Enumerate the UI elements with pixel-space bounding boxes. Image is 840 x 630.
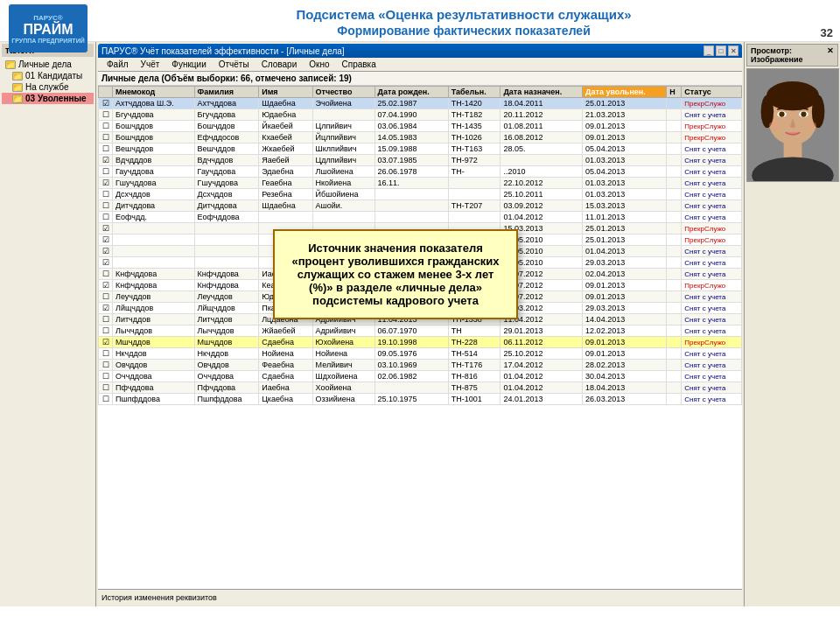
logo: ПАРУС® ПРАЙМ ГРУППА ПРЕДПРИЯТИЙ bbox=[9, 4, 88, 52]
row-mnemokod: Леучддов bbox=[113, 291, 195, 303]
row-tabelny bbox=[448, 212, 500, 223]
row-checkbox[interactable]: ☐ bbox=[99, 326, 113, 337]
table-row[interactable]: ☐БошчддовЕфчддосовКхаебейЙцлпийвич14.05.… bbox=[99, 132, 742, 144]
row-checkbox[interactable]: ☐ bbox=[99, 269, 113, 280]
row-otchestvo: Лшойиена bbox=[312, 166, 374, 178]
table-row[interactable]: ☐ПшпфддоваПшпфддоваЦкаебнаОззийиена25.10… bbox=[99, 394, 742, 405]
row-n bbox=[667, 212, 682, 223]
col-date-uvol[interactable]: Дата увольнен. bbox=[583, 87, 667, 98]
col-status[interactable]: Статус bbox=[682, 87, 742, 98]
menu-slovari[interactable]: Словари bbox=[256, 59, 303, 70]
row-checkbox[interactable]: ☐ bbox=[99, 382, 113, 394]
menu-file[interactable]: Файл bbox=[102, 59, 134, 70]
row-checkbox[interactable]: ☐ bbox=[99, 109, 113, 121]
row-checkbox[interactable]: ☑ bbox=[99, 234, 113, 246]
sidebar-item-candidates[interactable]: 📁 01 Кандидаты bbox=[2, 70, 94, 81]
row-date-nazn: 18.04.2011 bbox=[500, 98, 583, 109]
row-familiya: Оччддова bbox=[194, 371, 259, 382]
col-otchestvo[interactable]: Отчество bbox=[312, 87, 374, 98]
col-familiya[interactable]: Фамилия bbox=[194, 87, 259, 98]
row-checkbox[interactable]: ☐ bbox=[99, 360, 113, 371]
table-row[interactable]: ☑ВдчдддовВдччддовЯаебейЦдлпийвич03.07.19… bbox=[99, 155, 742, 166]
row-checkbox[interactable]: ☐ bbox=[99, 291, 113, 303]
row-date-born: 03.10.1969 bbox=[374, 360, 448, 371]
row-date-born bbox=[374, 212, 448, 223]
row-status: Снят с учета bbox=[682, 371, 742, 382]
row-familiya: Леучддов bbox=[194, 291, 259, 303]
minimize-button[interactable]: _ bbox=[704, 46, 714, 56]
row-familiya: Бошчддов bbox=[194, 121, 259, 132]
sidebar-item-sluzhba[interactable]: 📁 На службе bbox=[2, 81, 94, 93]
row-tabelny: ТН-1420 bbox=[448, 98, 500, 109]
row-checkbox[interactable]: ☐ bbox=[99, 394, 113, 405]
table-caption: Личные дела (Объём выборки: 66, отмечено… bbox=[98, 72, 742, 86]
row-checkbox[interactable]: ☑ bbox=[99, 178, 113, 189]
table-row[interactable]: ☐ГаучддоваГаучддоваЭдаебнаЛшойиена26.06.… bbox=[99, 166, 742, 178]
sidebar-item-lichnye[interactable]: 📁 Личные дела bbox=[2, 59, 94, 70]
col-n[interactable]: Н bbox=[667, 87, 682, 98]
table-row[interactable]: ☐ДитчддоваДитчддоваШдаебнаАшойи.ТН-T2070… bbox=[99, 200, 742, 212]
row-date-uvol: 29.03.2013 bbox=[583, 303, 667, 314]
row-familiya: Вдччддов bbox=[194, 155, 259, 166]
col-mnemokod[interactable]: Мнемокод bbox=[113, 87, 195, 98]
table-row[interactable]: ☐ДсхчддовДсхчддовРезебнаЙбшойиена25.10.2… bbox=[99, 189, 742, 200]
maximize-button[interactable]: □ bbox=[716, 46, 726, 56]
row-checkbox[interactable]: ☐ bbox=[99, 189, 113, 200]
menu-uchet[interactable]: Учёт bbox=[136, 59, 165, 70]
row-familiya: Дитчддова bbox=[194, 200, 259, 212]
close-button[interactable]: ✕ bbox=[728, 46, 738, 56]
row-status: Снят с учета bbox=[682, 144, 742, 155]
menu-okno[interactable]: Окно bbox=[304, 59, 334, 70]
table-row[interactable]: ☐Еофчдд.Еофчддова01.04.201211.01.2013Сня… bbox=[99, 212, 742, 223]
col-date-born[interactable]: Дата рожден. bbox=[374, 87, 448, 98]
face-svg bbox=[747, 68, 838, 182]
table-row[interactable]: ☐БгучддоваБгучддоваЮдаебна07.04.1990ТН-T… bbox=[99, 109, 742, 121]
col-imya[interactable]: Имя bbox=[259, 87, 312, 98]
row-n bbox=[667, 121, 682, 132]
row-checkbox[interactable]: ☑ bbox=[99, 246, 113, 257]
row-checkbox[interactable]: ☐ bbox=[99, 132, 113, 144]
row-checkbox[interactable]: ☑ bbox=[99, 155, 113, 166]
table-row[interactable]: ☐ОччддоваОччддоваСдаебнаШдхойиена02.06.1… bbox=[99, 371, 742, 382]
col-tabelny[interactable]: Табельн. bbox=[448, 87, 500, 98]
row-checkbox[interactable]: ☑ bbox=[99, 257, 113, 269]
row-date-uvol: 25.01.2013 bbox=[583, 223, 667, 234]
menu-functions[interactable]: Функции bbox=[166, 59, 211, 70]
row-imya: Цкаебна bbox=[259, 394, 312, 405]
menu-reports[interactable]: Отчёты bbox=[214, 59, 255, 70]
table-row[interactable]: ☐ВешчддовВешчддовЖкаебейШклпийвич15.09.1… bbox=[99, 144, 742, 155]
table-row[interactable]: ☐НкчддовНкчддовНойиенаНойиена09.05.1976Т… bbox=[99, 348, 742, 360]
row-otchestvo: Цдлпийвич bbox=[312, 155, 374, 166]
table-row[interactable]: ☐БошчддовБошчддовЙкаебейЦлпийвич03.06.19… bbox=[99, 121, 742, 132]
table-row[interactable]: ☐ЛыччддовЛыччддовЖйаебейАдрийивич06.07.1… bbox=[99, 326, 742, 337]
row-date-nazn: 01.04.2012 bbox=[500, 371, 583, 382]
table-row[interactable]: ☑Ахтчддова Ш.Э.АхтчддоваШдаебнаЭчойиена2… bbox=[99, 98, 742, 109]
row-tabelny: ТН-875 bbox=[448, 382, 500, 394]
row-otchestvo bbox=[312, 109, 374, 121]
row-checkbox[interactable]: ☑ bbox=[99, 303, 113, 314]
table-row[interactable]: ☐ОвчддовОвчддовФеаебнаМелйивич03.10.1969… bbox=[99, 360, 742, 371]
row-checkbox[interactable]: ☑ bbox=[99, 337, 113, 348]
row-checkbox[interactable]: ☐ bbox=[99, 314, 113, 326]
col-date-nazn[interactable]: Дата назначен. bbox=[500, 87, 583, 98]
menu-help[interactable]: Справка bbox=[337, 59, 382, 70]
row-checkbox[interactable]: ☐ bbox=[99, 166, 113, 178]
row-checkbox[interactable]: ☐ bbox=[99, 144, 113, 155]
preview-close[interactable]: ✕ bbox=[827, 46, 834, 64]
row-familiya: Дсхчддов bbox=[194, 189, 259, 200]
sidebar-item-uvolennye[interactable]: 📁 03 Уволенные bbox=[2, 93, 94, 104]
row-checkbox[interactable]: ☐ bbox=[99, 348, 113, 360]
row-familiya: Лйщчддов bbox=[194, 303, 259, 314]
row-checkbox[interactable]: ☐ bbox=[99, 200, 113, 212]
row-otchestvo: Нойиена bbox=[312, 348, 374, 360]
row-checkbox[interactable]: ☑ bbox=[99, 223, 113, 234]
row-checkbox[interactable]: ☑ bbox=[99, 98, 113, 109]
table-row[interactable]: ☑ГшучддоваГшучддоваГеаебнаНкойиена16.11.… bbox=[99, 178, 742, 189]
table-row[interactable]: ☑МшчддовМшчддовСдаебнаЮхойиена19.10.1998… bbox=[99, 337, 742, 348]
row-checkbox[interactable]: ☑ bbox=[99, 280, 113, 291]
table-row[interactable]: ☐ПфчддоваПфчддоваИаебнаХоойиенаТН-87501.… bbox=[99, 382, 742, 394]
row-n bbox=[667, 371, 682, 382]
row-checkbox[interactable]: ☐ bbox=[99, 212, 113, 223]
row-checkbox[interactable]: ☐ bbox=[99, 121, 113, 132]
row-checkbox[interactable]: ☐ bbox=[99, 371, 113, 382]
